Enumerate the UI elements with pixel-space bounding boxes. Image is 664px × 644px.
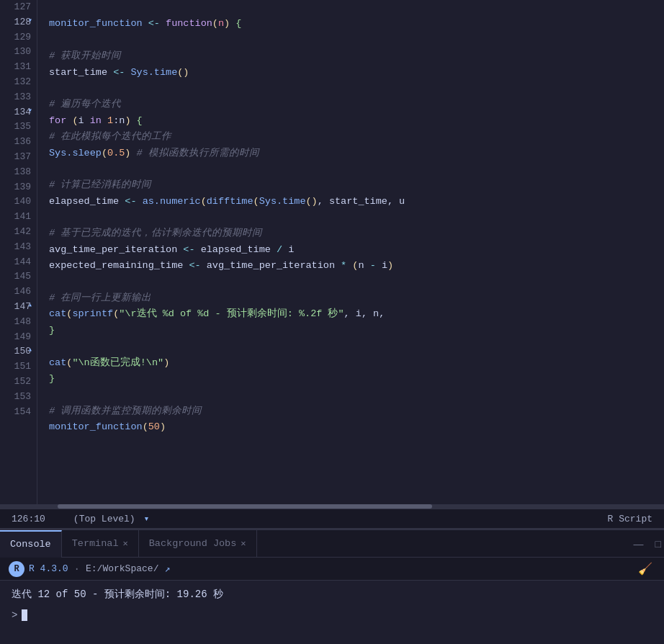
line-number: 143 xyxy=(9,240,31,255)
line-number: 138 xyxy=(9,165,31,180)
console-output: 迭代 12 of 50 - 预计剩余时间: 19.26 秒 xyxy=(0,581,664,609)
line-number: 129 xyxy=(9,30,31,45)
code-line xyxy=(49,274,664,290)
code-line xyxy=(49,339,664,354)
line-number: 153 xyxy=(9,390,31,405)
cursor-position: 126:10 (Top Level) ▾ xyxy=(12,513,149,524)
workspace-path: E:/WorkSpace/ xyxy=(86,563,158,574)
horizontal-scrollbar[interactable] xyxy=(0,504,664,509)
code-line: cat("\n函数已完成!\n") xyxy=(49,355,664,371)
tab-terminal[interactable]: Terminal ✕ xyxy=(62,530,139,558)
line-number: 141 xyxy=(9,210,31,225)
line-number: 148 xyxy=(9,315,31,330)
code-line: # 遍历每个迭代 xyxy=(49,97,664,112)
code-line: elapsed_time <- as.numeric(difftime(Sys.… xyxy=(49,194,664,210)
code-line xyxy=(49,210,664,225)
prompt-symbol: > xyxy=(12,609,17,621)
clear-console-button[interactable]: 🧹 xyxy=(635,560,655,577)
code-line: } xyxy=(49,371,664,387)
line-number: 149 xyxy=(9,330,31,345)
fold-indicator-icon[interactable]: ▾ xyxy=(28,105,32,117)
tab-terminal-close[interactable]: ✕ xyxy=(123,538,128,549)
tab-console-label: Console xyxy=(10,539,51,550)
separator: · xyxy=(74,563,80,575)
r-logo: R xyxy=(9,561,24,577)
panel-right-icons: — □ xyxy=(631,537,664,551)
minimize-button[interactable]: — xyxy=(631,537,647,551)
bottom-panel: Console Terminal ✕ Background Jobs ✕ — □… xyxy=(0,529,664,644)
code-line: # 基于已完成的迭代，估计剩余迭代的预期时间 xyxy=(49,225,664,241)
tab-background-jobs[interactable]: Background Jobs ✕ xyxy=(139,530,257,558)
code-line: } xyxy=(49,323,664,339)
r-version-text: R 4.3.0 xyxy=(29,563,68,574)
r-version-badge: R R 4.3.0 xyxy=(9,561,68,577)
code-line: expected_remaining_time <- avg_time_per_… xyxy=(49,258,664,274)
console-prompt[interactable]: > xyxy=(0,609,664,621)
line-number: 144 xyxy=(9,255,31,270)
code-line xyxy=(49,81,664,97)
scope-dropdown-icon[interactable]: ▾ xyxy=(143,514,149,524)
line-number: 152 xyxy=(9,375,31,390)
workspace-link-icon[interactable]: ↗ xyxy=(164,563,170,575)
fold-indicator-icon[interactable]: ▴ xyxy=(28,300,32,311)
line-number: 142 xyxy=(9,225,31,240)
tab-console[interactable]: Console xyxy=(0,530,62,558)
code-line: for (i in 1:n) { xyxy=(49,113,664,129)
code-line: # 调用函数并监控预期的剩余时间 xyxy=(49,403,664,419)
fold-indicator-icon[interactable]: ▴ xyxy=(28,344,32,356)
line-number: 127 xyxy=(9,0,31,15)
line-number: 137 xyxy=(9,150,31,165)
code-editor[interactable]: 127128▾129130131132133134▾13513613713813… xyxy=(0,0,664,504)
line-number: 133 xyxy=(9,90,31,105)
line-number: 147▴ xyxy=(9,300,31,315)
line-number: 131 xyxy=(9,60,31,75)
code-line: # 获取开始时间 xyxy=(49,48,664,64)
line-number: 134▾ xyxy=(9,105,31,120)
code-line xyxy=(49,436,664,452)
line-number: 146 xyxy=(9,285,31,300)
code-line: # 在同一行上更新输出 xyxy=(49,290,664,306)
line-number: 151 xyxy=(9,359,31,375)
code-line: # 在此模拟每个迭代的工作 xyxy=(49,129,664,145)
line-number: 154 xyxy=(9,405,31,420)
line-number: 130 xyxy=(9,45,31,60)
tab-background-jobs-close[interactable]: ✕ xyxy=(241,538,246,549)
line-number: 145 xyxy=(9,269,31,285)
scrollbar-thumb[interactable] xyxy=(58,504,432,509)
console-header: R R 4.3.0 · E:/WorkSpace/ ↗ 🧹 xyxy=(0,558,664,581)
tab-terminal-label: Terminal xyxy=(72,538,119,549)
panel-tab-bar: Console Terminal ✕ Background Jobs ✕ — □ xyxy=(0,530,664,558)
code-line xyxy=(49,0,664,16)
tab-background-jobs-label: Background Jobs xyxy=(149,538,237,549)
code-line xyxy=(49,387,664,403)
fold-indicator-icon[interactable]: ▾ xyxy=(28,15,32,27)
line-number: 135 xyxy=(9,120,31,135)
code-line: start_time <- Sys.time() xyxy=(49,65,664,81)
code-content[interactable]: monitor_function <- function(n) { # 获取开始… xyxy=(37,0,664,504)
line-number: 136 xyxy=(9,135,31,150)
output-line-1: 迭代 12 of 50 - 预计剩余时间: 19.26 秒 xyxy=(12,586,652,604)
code-line: monitor_function <- function(n) { xyxy=(49,16,664,32)
code-line: cat(sprintf("\r迭代 %d of %d - 预计剩余时间: %.2… xyxy=(49,306,664,322)
console-area: R R 4.3.0 · E:/WorkSpace/ ↗ 🧹 迭代 12 of 5… xyxy=(0,558,664,644)
cursor-caret xyxy=(22,609,27,621)
line-number: 128▾ xyxy=(9,15,31,30)
line-number: 139 xyxy=(9,180,31,195)
code-line: Sys.sleep(0.5) # 模拟函数执行所需的时间 xyxy=(49,146,664,161)
line-number: 140 xyxy=(9,194,31,210)
code-line xyxy=(49,161,664,177)
line-numbers: 127128▾129130131132133134▾13513613713813… xyxy=(0,0,37,504)
file-type: R Script xyxy=(608,514,652,524)
code-line xyxy=(49,32,664,48)
code-line: monitor_function(50) xyxy=(49,419,664,435)
status-bar: 126:10 (Top Level) ▾ R Script xyxy=(0,509,664,529)
line-number: 132 xyxy=(9,75,31,90)
code-line: avg_time_per_iteration <- elapsed_time /… xyxy=(49,242,664,258)
maximize-button[interactable]: □ xyxy=(652,537,664,551)
line-number: 150▴ xyxy=(9,344,31,359)
code-line: # 计算已经消耗的时间 xyxy=(49,177,664,193)
